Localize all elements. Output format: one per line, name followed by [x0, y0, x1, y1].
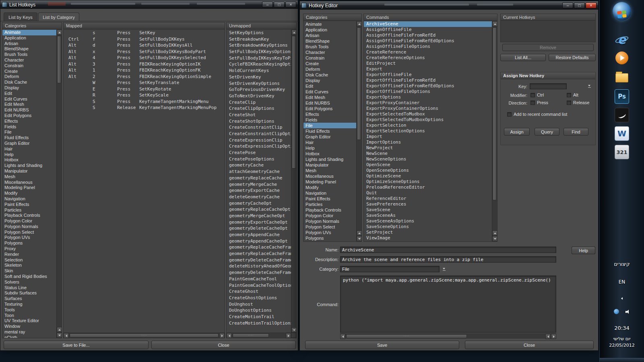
list-item[interactable]: ExportProxyContainer	[364, 100, 492, 106]
list-item[interactable]: Edit Curves	[303, 89, 356, 95]
media-player-icon[interactable]	[615, 51, 628, 64]
maximize-button[interactable]: □	[574, 2, 585, 8]
list-item[interactable]: Polygon Select	[2, 230, 56, 235]
list-item[interactable]: Skin	[2, 268, 56, 274]
list-item[interactable]: GoToPreviousDrivenKey	[227, 86, 291, 93]
list-item[interactable]: attachGeometryCache	[227, 169, 291, 175]
list-item[interactable]: CreateShot	[227, 112, 291, 118]
list-item[interactable]: UV Texture Editor	[2, 318, 56, 324]
list-item[interactable]: SetDrivenKey	[227, 74, 291, 80]
internet-explorer-icon[interactable]: e	[614, 31, 630, 47]
list-item[interactable]: Modify	[2, 191, 56, 196]
folder-icon[interactable]	[615, 71, 628, 82]
list-item[interactable]: SetFullBodyIKKeysOptions	[227, 49, 291, 55]
list-item[interactable]: Display	[303, 78, 356, 83]
list-item[interactable]: Effects	[2, 119, 56, 124]
windows-start-icon[interactable]	[613, 2, 631, 21]
list-item[interactable]: Manipulator	[2, 169, 56, 174]
list-item[interactable]: Surfaces	[2, 296, 56, 302]
list-item[interactable]: Help	[2, 152, 56, 158]
save-to-file-button[interactable]: Save to File...	[4, 341, 149, 349]
list-item[interactable]: geometryCache	[227, 162, 291, 169]
list-item[interactable]: Soft and Rigid Bodies	[2, 274, 56, 280]
list-item[interactable]: CreateReferenceOptions	[364, 55, 492, 61]
list-item[interactable]: OpenSceneOptions	[364, 168, 492, 173]
list-item[interactable]: Import	[364, 134, 492, 140]
list-item[interactable]: Toon	[2, 313, 56, 319]
list-item[interactable]: Edit Mesh	[2, 102, 56, 107]
show-hidden-icons[interactable]	[600, 294, 644, 301]
list-item[interactable]: GoToNextDrivenKey	[227, 93, 291, 99]
list-item[interactable]: Edit NURBS	[303, 100, 356, 106]
list-item[interactable]: geometryReplaceCacheOpt	[227, 206, 291, 213]
list-item[interactable]: SaveSceneOptions	[364, 224, 492, 230]
list-item[interactable]: Polygon Select	[303, 224, 356, 230]
list-item[interactable]: geometryExportCacheOpt	[227, 219, 291, 226]
close-button-bottom[interactable]: Close	[465, 341, 594, 349]
list-item[interactable]: Constrain	[303, 55, 356, 61]
mapped-row[interactable]: EPressSetKeyRotate	[64, 86, 225, 93]
list-item[interactable]: Playback Controls	[2, 213, 56, 218]
mapped-row[interactable]: Alt4PressSetFullBodyIKKeysSelected	[64, 55, 225, 61]
list-item[interactable]: BlendShape	[2, 46, 56, 52]
volume-tray-icon[interactable]	[625, 310, 630, 314]
list-item[interactable]: geometryMergeCacheOpt	[227, 213, 291, 219]
list-item[interactable]: Polygon Normals	[2, 224, 56, 230]
list-item[interactable]: geometryAppendCache	[227, 232, 291, 238]
list-item[interactable]: Particles	[303, 202, 356, 207]
unmapped-scrollbar[interactable]	[291, 30, 296, 333]
save-button[interactable]: Save	[305, 341, 459, 349]
command-hscrollbar[interactable]: ····	[340, 333, 556, 339]
mapped-row[interactable]: SReleaseKeyframeTangentMarkingMenuPop	[64, 105, 225, 111]
list-item[interactable]: Fluid Effects	[2, 135, 56, 141]
commands-scrollbar[interactable]	[492, 21, 497, 241]
list-item[interactable]: AssignOfflineFileFromRefEd	[364, 33, 492, 38]
list-item[interactable]: geometryMergeCache	[227, 181, 291, 188]
query-button[interactable]: Query	[535, 128, 559, 136]
list-item[interactable]: Character	[303, 49, 356, 55]
mapped-row[interactable]: RPressSetKeyScale	[64, 92, 225, 99]
list-hotkeys-titlebar[interactable]: List Hotkeys – □ ×	[0, 0, 298, 9]
list-item[interactable]: Modeling Panel	[303, 179, 356, 185]
list-item[interactable]: CreateShotOptions	[227, 118, 291, 125]
list-item[interactable]: SetKeyOptions	[227, 30, 291, 36]
list-item[interactable]: deleteGeometryCache	[227, 194, 291, 200]
list-item[interactable]: Modeling Panel	[2, 185, 56, 191]
list-item[interactable]: CreateMotionTrail	[227, 314, 291, 320]
list-item[interactable]: ExportOfflineFileFromRefEdOptions	[364, 83, 492, 89]
list-item[interactable]: Effects	[303, 111, 356, 117]
list-item[interactable]: geometryDeleteCacheFrame	[227, 257, 291, 263]
list-item[interactable]: deleteHistoryAheadOfGeomCache	[227, 263, 291, 269]
mapped-row[interactable]: AltdPressSetFullBodyIKKeysAll	[64, 42, 225, 49]
list-item[interactable]: Lights and Shading	[2, 163, 56, 169]
list-item[interactable]: geometryReplaceCacheFrame	[227, 244, 291, 251]
list-item[interactable]: ExportOfflineFileFromRefEd	[364, 78, 492, 83]
show-desktop-button[interactable]	[600, 358, 644, 362]
list-item[interactable]: Mesh	[2, 174, 56, 180]
name-input[interactable]: ArchiveScene	[340, 247, 556, 253]
list-item[interactable]: geometryReplaceCacheFrameOpt	[227, 251, 291, 257]
clock[interactable]: 20:34	[600, 325, 644, 331]
list-item[interactable]: SaveSceneAs	[364, 213, 492, 218]
find-button[interactable]: Find	[564, 128, 588, 136]
description-input[interactable]: Archive the scene and reference files in…	[340, 256, 556, 263]
mapped-row[interactable]: Alt2PressFBIKReachKeyingOptionSimple	[64, 74, 225, 80]
current-hotkeys-list[interactable]	[501, 21, 595, 42]
list-item[interactable]: Animate	[2, 30, 56, 35]
list-item[interactable]: Edit	[2, 91, 56, 97]
category-menu-icon[interactable]	[442, 267, 447, 272]
list-item[interactable]: Disk Cache	[303, 72, 356, 78]
pen-tool-icon[interactable]	[615, 108, 629, 122]
mapped-row[interactable]: AltxPressSetFullBodyIKKeysBodyPart	[64, 49, 225, 55]
list-item[interactable]: Polygon Normals	[303, 218, 356, 224]
list-item[interactable]: Tools	[2, 307, 56, 313]
list-item[interactable]: nCloth	[2, 335, 56, 338]
list-item[interactable]: Edit Curves	[2, 97, 56, 102]
list-item[interactable]: DoUnghostOptions	[227, 307, 291, 314]
list-item[interactable]: Export	[364, 66, 492, 72]
list-item[interactable]: Constrain	[2, 63, 56, 69]
list-item[interactable]: HoldCurrentKeys	[227, 68, 291, 74]
list-item[interactable]: Edit Polygons	[2, 113, 56, 119]
list-item[interactable]: Polygon Color	[303, 213, 356, 218]
list-item[interactable]: geometryExportCache	[227, 187, 291, 194]
